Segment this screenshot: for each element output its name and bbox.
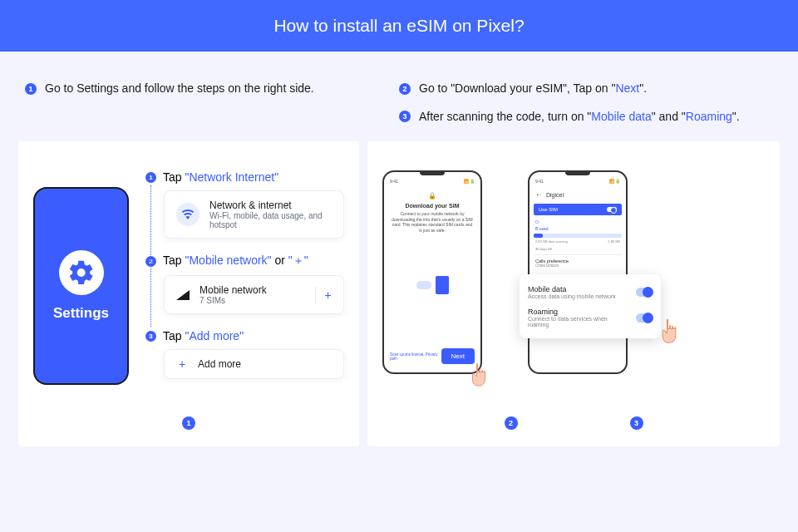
step-3-summary: 3 After scanning the code, turn on "Mobi… <box>399 109 773 126</box>
substep-2: 2 Tap "Mobile network" or "＋" Mobile net… <box>145 254 344 314</box>
lock-icon: 🔒 <box>388 192 476 200</box>
digicel-settings-phone: 9:41📶 🔋 ←Digicel Use SIM O B used 2.00 G… <box>528 170 628 374</box>
panel-footer-badge-3: 3 <box>630 416 643 430</box>
settings-phone-mock: Settings <box>33 187 129 385</box>
step-badge-1: 1 <box>25 83 37 95</box>
signal-icon <box>176 290 190 300</box>
card-subtitle: 7 SIMs <box>200 296 267 305</box>
status-icons: 📶 🔋 <box>609 179 620 184</box>
next-button[interactable]: Next <box>441 348 475 364</box>
gear-icon <box>59 250 104 295</box>
panel-footer-badge-2: 2 <box>505 416 518 430</box>
plus-icon[interactable]: + <box>315 287 332 303</box>
cloud-icon <box>416 281 431 289</box>
download-illustration <box>388 258 476 312</box>
plus-icon: + <box>176 358 188 370</box>
carrier-header: ←Digicel <box>534 189 622 204</box>
use-sim-row[interactable]: Use SIM <box>534 204 622 215</box>
toggle-icon[interactable] <box>636 313 653 323</box>
mobile-data-overlay: Mobile data Access data using mobile net… <box>520 274 661 338</box>
sim-icon <box>436 276 449 294</box>
substep-3: 3 Tap "Add more" + Add more <box>145 329 344 379</box>
dotted-connector <box>150 185 151 327</box>
step-1-text: Go to Settings and follow the steps on t… <box>45 81 314 97</box>
panel-footer-badge-1: 1 <box>182 416 195 430</box>
step-2-summary: 2 Go to "Download your eSIM", Tap on "Ne… <box>399 81 773 97</box>
step-2-text: Go to "Download your eSIM", Tap on "Next… <box>419 81 647 97</box>
page-title: How to install an eSIM on Pixel? <box>0 0 798 52</box>
step-badge-3: 3 <box>399 111 411 122</box>
download-title: Download your SIM <box>388 203 476 209</box>
card-title: Add more <box>198 358 241 370</box>
calls-preference-row[interactable]: Calls preferenceChina Unicom <box>534 254 622 271</box>
toggle-icon[interactable] <box>636 288 653 297</box>
step-1-summary: 1 Go to Settings and follow the steps on… <box>25 81 357 97</box>
card-subtitle: Wi-Fi, mobile, data usage, and hotspot <box>209 211 332 229</box>
panel-step-1: Settings 1 Tap "Network Internet" Networ… <box>18 141 359 446</box>
back-arrow-icon[interactable]: ← <box>535 190 543 199</box>
instruction-summary: 1 Go to Settings and follow the steps on… <box>0 52 798 141</box>
wifi-icon <box>176 203 200 226</box>
card-title: Network & internet <box>209 200 332 211</box>
settings-label: Settings <box>53 305 109 322</box>
mobile-data-row[interactable]: Mobile data Access data using mobile net… <box>528 281 653 303</box>
substep-badge-3: 3 <box>145 331 156 342</box>
privacy-link[interactable]: Scan source license, Privacy path <box>390 352 441 361</box>
panel-step-2-3: 9:41📶 🔋 🔒 Download your SIM Connect to y… <box>367 141 780 446</box>
status-icons: 📶 🔋 <box>464 179 475 184</box>
substep-badge-1: 1 <box>145 172 156 183</box>
download-text: Connect to your mobile network by downlo… <box>388 211 476 233</box>
roaming-row[interactable]: Roaming Connect to data services when ro… <box>528 303 653 332</box>
mobile-network-card[interactable]: Mobile network 7 SIMs + <box>164 275 344 314</box>
step-badge-2: 2 <box>399 83 411 95</box>
download-sim-phone: 9:41📶 🔋 🔒 Download your SIM Connect to y… <box>382 170 482 374</box>
pointer-hand-icon <box>658 318 679 343</box>
add-more-card[interactable]: + Add more <box>164 349 344 379</box>
usage-bar <box>534 234 622 238</box>
substep-1: 1 Tap "Network Internet" Network & inter… <box>145 170 344 239</box>
step-3-text: After scanning the code, turn on "Mobile… <box>419 109 740 126</box>
toggle-icon[interactable] <box>607 207 617 212</box>
card-title: Mobile network <box>200 284 267 296</box>
network-internet-card[interactable]: Network & internet Wi-Fi, mobile, data u… <box>164 190 344 239</box>
